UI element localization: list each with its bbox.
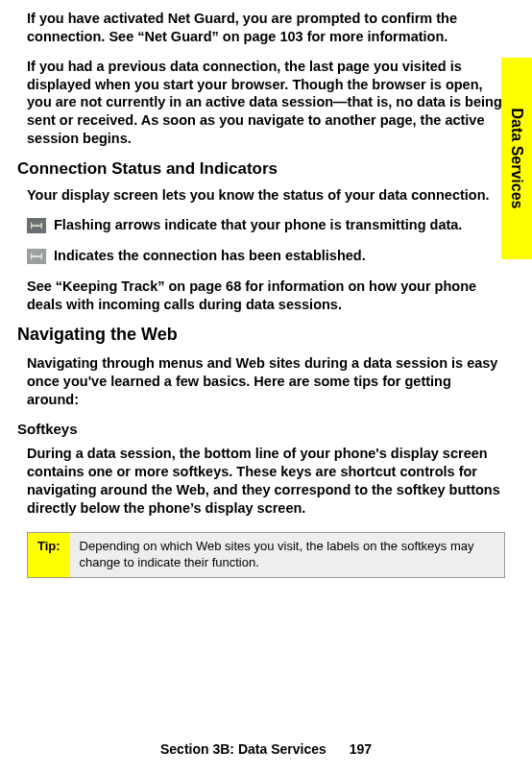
status-item-flashing: Flashing arrows indicate that your phone…: [17, 216, 505, 237]
heading-softkeys: Softkeys: [17, 421, 505, 437]
side-section-label: Data Services: [508, 109, 525, 209]
tip-box: Tip: Depending on which Web sites you vi…: [27, 532, 505, 578]
page-content: If you have activated Net Guard, you are…: [0, 0, 532, 578]
heading-navigating-web: Navigating the Web: [17, 325, 505, 345]
status-text-flashing: Flashing arrows indicate that your phone…: [54, 216, 462, 234]
side-section-tab: Data Services: [501, 58, 532, 259]
footer-section-label: Section 3B: Data Services: [160, 741, 326, 757]
page-footer: Section 3B: Data Services 197: [0, 741, 532, 757]
paragraph-softkeys: During a data session, the bottom line o…: [17, 445, 505, 517]
paragraph-keeping-track: See “Keeping Track” on page 68 for infor…: [17, 278, 505, 314]
status-item-established: Indicates the connection has been establ…: [17, 247, 505, 268]
paragraph-previous-connection: If you had a previous data connection, t…: [17, 58, 505, 148]
svg-rect-1: [34, 225, 39, 227]
status-text-established: Indicates the connection has been establ…: [54, 247, 366, 265]
heading-connection-status: Connection Status and Indicators: [17, 159, 505, 179]
paragraph-navigating-intro: Navigating through menus and Web sites d…: [17, 354, 505, 409]
svg-rect-3: [34, 255, 39, 257]
tip-label: Tip:: [28, 533, 70, 577]
arrows-established-icon: [27, 249, 46, 268]
tip-content: Depending on which Web sites you visit, …: [70, 533, 504, 577]
footer-page-number: 197: [350, 741, 372, 757]
paragraph-netguard: If you have activated Net Guard, you are…: [17, 10, 505, 46]
arrows-transmitting-icon: [27, 218, 46, 237]
paragraph-status-intro: Your display screen lets you know the st…: [17, 186, 505, 205]
